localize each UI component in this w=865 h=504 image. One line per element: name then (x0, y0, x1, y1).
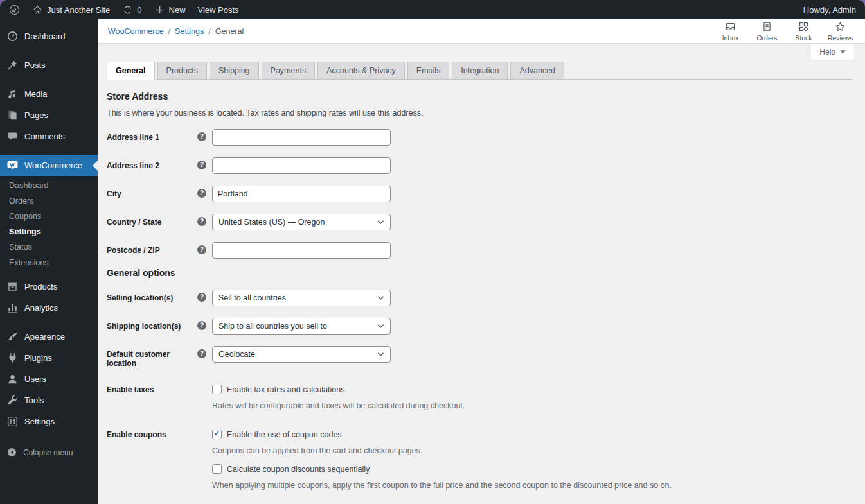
enable-coupons-checkbox[interactable] (212, 430, 222, 439)
shipping-location-label: Shipping location(s) (107, 318, 197, 331)
caret-down-icon (840, 50, 846, 54)
breadcrumb-woocommerce-link[interactable]: WooCommerce (108, 27, 164, 36)
woocommerce-icon (6, 159, 19, 171)
tab-integration[interactable]: Integration (452, 62, 508, 80)
shipping-location-row: Shipping location(s) Ship to all countri… (107, 318, 852, 335)
enable-coupons-checkbox-label[interactable]: Enable the use of coupon codes (227, 430, 342, 439)
star-icon (835, 21, 846, 32)
inbox-button[interactable]: Inbox (712, 21, 749, 42)
address-line-2-row: Address line 2 (107, 157, 852, 174)
tab-general[interactable]: General (107, 62, 155, 80)
help-tip-icon[interactable] (197, 189, 206, 198)
sidebar-item-pages[interactable]: Pages (0, 105, 98, 126)
collapse-menu-button[interactable]: Colapse menu (0, 442, 98, 462)
sidebar-separator (0, 76, 98, 83)
inbox-icon (725, 21, 736, 32)
howdy-account-link[interactable]: Howdy, Admin (803, 5, 856, 15)
site-name-link[interactable]: Just Another Site (32, 4, 110, 15)
address-line-2-label: Address line 2 (107, 157, 197, 170)
wrench-icon (6, 394, 19, 406)
new-content-button[interactable]: New (154, 4, 186, 15)
submenu-item-status[interactable]: Status (0, 239, 98, 255)
tab-products[interactable]: Products (157, 62, 207, 80)
address-line-2-input[interactable] (212, 157, 391, 174)
submenu-item-settings[interactable]: Settings (0, 224, 98, 239)
address-line-1-label: Address line 1 (107, 129, 197, 142)
help-tip-icon[interactable] (197, 217, 206, 226)
admin-bar: Just Another Site 0 New View Posts Howdy… (0, 0, 865, 19)
help-tip-icon[interactable] (197, 321, 206, 330)
tab-emails[interactable]: Emails (407, 62, 450, 80)
address-line-1-input[interactable] (212, 129, 391, 146)
settings-tabs: General Products Shipping Payments Accou… (107, 62, 852, 80)
sliders-icon (6, 415, 19, 428)
tab-advanced[interactable]: Advanced (510, 62, 564, 80)
sidebar-item-media[interactable]: Media (0, 83, 98, 105)
tab-payments[interactable]: Payments (262, 62, 316, 80)
country-state-select[interactable]: United States (US) — Oregon (212, 214, 391, 230)
help-tip-icon[interactable] (197, 245, 206, 254)
submenu-item-orders[interactable]: Orders (0, 193, 98, 209)
enable-coupons-row: Enable coupons Enable the use of coupon … (107, 430, 852, 490)
orders-button[interactable]: Orders (749, 21, 785, 42)
enable-taxes-checkbox-label[interactable]: Enable tax rates and calculations (227, 385, 344, 394)
home-icon (32, 4, 43, 15)
submenu-item-dashboard[interactable]: Dashboard (0, 178, 98, 193)
sidebar-item-appearance[interactable]: Apearence (0, 326, 98, 347)
stock-grid-icon (798, 21, 809, 32)
submenu-item-extensions[interactable]: Extensions (0, 255, 98, 270)
plug-icon (6, 352, 19, 364)
selling-location-select[interactable]: Sell to all countries (212, 290, 391, 306)
sidebar-item-analytics[interactable]: Analytics (0, 297, 98, 318)
bar-chart-icon (6, 302, 19, 314)
city-input[interactable] (212, 186, 391, 202)
default-customer-location-select[interactable]: Geolocate (212, 346, 391, 363)
wordpress-logo-icon[interactable] (9, 4, 20, 15)
breadcrumb-current: General (215, 27, 244, 36)
postcode-label: Postcode / ZIP (107, 242, 197, 255)
sidebar-separator (0, 147, 98, 155)
products-box-icon (6, 281, 19, 293)
tab-accounts-privacy[interactable]: Accounts & Privacy (317, 62, 405, 80)
sidebar-item-woocommerce[interactable]: WooCommerce (0, 155, 98, 176)
sidebar-separator (0, 47, 98, 55)
updates-indicator[interactable]: 0 (122, 4, 141, 15)
site-name: Just Another Site (47, 5, 110, 15)
help-tip-icon[interactable] (197, 349, 206, 358)
sidebar-item-tools[interactable]: Tools (0, 390, 98, 411)
store-address-title: Store Address (107, 91, 852, 101)
submenu-item-coupons[interactable]: Coupons (0, 209, 98, 224)
help-dropdown-button[interactable]: Help (810, 44, 855, 60)
postcode-input[interactable] (212, 242, 391, 259)
sidebar-item-posts[interactable]: Posts (0, 55, 98, 76)
new-label: New (169, 5, 186, 15)
help-tip-icon[interactable] (197, 132, 206, 141)
sequential-coupons-checkbox-label[interactable]: Calculate coupon discounts sequentially (227, 465, 370, 474)
sidebar-item-settings[interactable]: Settings (0, 411, 98, 432)
dashboard-icon (6, 30, 19, 42)
breadcrumb: WooCommerce / Settings / General (108, 27, 244, 36)
sidebar-item-plugins[interactable]: Plugins (0, 347, 98, 369)
help-tip-icon[interactable] (197, 161, 206, 169)
reviews-button[interactable]: Reviews (822, 21, 859, 42)
store-address-description: This is where your business is located. … (107, 109, 852, 117)
breadcrumb-settings-link[interactable]: Settings (175, 27, 204, 36)
enable-coupons-description: Coupons can be applied from the cart and… (212, 446, 672, 455)
chevron-down-icon (377, 352, 384, 357)
stock-button[interactable]: Stock (785, 21, 822, 42)
selling-location-row: Selling location(s) Sell to all countrie… (107, 290, 852, 306)
browser-window: Just Another Site 0 New View Posts Howdy… (0, 0, 865, 504)
sidebar-item-dashboard[interactable]: Dashboard (0, 26, 98, 47)
enable-taxes-checkbox[interactable] (212, 385, 222, 394)
tab-shipping[interactable]: Shipping (210, 62, 259, 80)
sequential-coupons-checkbox[interactable] (212, 464, 222, 474)
sidebar-item-comments[interactable]: Comments (0, 126, 98, 147)
shipping-location-select[interactable]: Ship to all countries you sell to (212, 318, 391, 335)
chevron-down-icon (377, 324, 384, 329)
sidebar-item-users[interactable]: Users (0, 369, 98, 390)
sidebar-item-products[interactable]: Products (0, 276, 98, 297)
view-posts-link[interactable]: View Posts (198, 5, 239, 15)
city-label: City (107, 186, 197, 198)
help-tip-icon[interactable] (197, 293, 206, 302)
selling-location-label: Selling location(s) (107, 290, 197, 302)
